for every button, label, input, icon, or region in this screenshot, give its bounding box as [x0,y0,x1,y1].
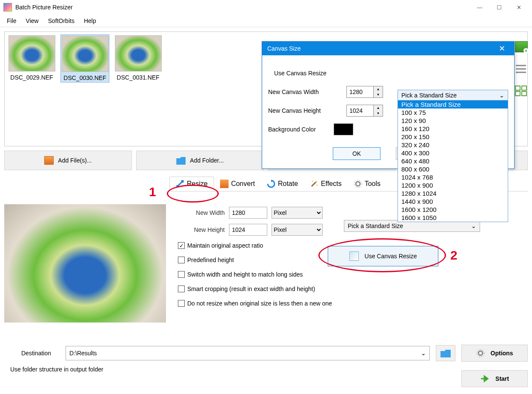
smart-cropping-checkbox[interactable]: Smart cropping (result in exact width an… [178,282,527,296]
canvas-width-input[interactable] [347,86,373,97]
chevron-down-icon: ⌄ [421,350,426,357]
gear-icon [476,349,485,357]
svg-rect-3 [515,86,520,90]
checkbox-icon [178,286,185,292]
dialog-title: Canvas Size [267,45,301,52]
tools-icon [354,180,362,188]
thumbnail-item[interactable]: DSC_0030.NEF [60,34,109,83]
smart-cropping-label: Smart cropping (result in exact width an… [187,286,315,292]
dropdown-item[interactable]: 1024 x 768 [398,173,508,181]
svg-rect-4 [522,86,526,90]
effects-icon [310,180,318,188]
tab-rotate[interactable]: Rotate [261,177,304,191]
thumbnail-image [9,35,55,71]
canvas-height-spinner[interactable]: ▲▼ [346,105,383,117]
add-folder-label: Add Folder... [190,157,223,164]
dialog-close-button[interactable]: ✕ [495,44,509,53]
checkbox-icon [178,257,185,263]
spin-down-icon[interactable]: ▼ [374,92,383,97]
dialog-titlebar[interactable]: Canvas Size ✕ [262,42,514,55]
thumbnail-item[interactable]: DSC_0031.NEF [114,34,163,82]
checkbox-icon [178,242,185,249]
picture-icon [44,156,54,165]
add-picture-icon[interactable]: + [515,41,528,52]
standard-size-dropdown: Pick a Standard Size ⌄ Pick a Standard S… [398,90,508,222]
dropdown-item[interactable]: 120 x 90 [398,117,508,125]
thumbnail-item[interactable]: DSC_0029.NEF [7,34,56,82]
add-files-button[interactable]: Add File(s)... [4,151,132,170]
spin-up-icon[interactable]: ▲ [374,86,383,92]
menu-help[interactable]: Help [80,16,100,26]
destination-label: Destination [21,350,60,357]
svg-point-9 [317,184,318,186]
canvas-width-spinner[interactable]: ▲▼ [346,86,383,98]
height-unit-select[interactable]: Pixel [272,224,323,236]
menu-view[interactable]: View [22,16,43,26]
options-button[interactable]: Options [461,345,528,362]
destination-input[interactable]: D:\Results ⌄ [66,346,430,360]
dropdown-item[interactable]: 1200 x 900 [398,181,508,189]
dropdown-item[interactable]: 160 x 120 [398,125,508,133]
maximize-button[interactable]: ☐ [489,1,509,14]
dropdown-item[interactable]: 1440 x 900 [398,197,508,206]
tab-convert[interactable]: Convert [214,177,261,191]
bg-color-swatch[interactable] [334,123,353,135]
thumbnail-caption: DSC_0031.NEF [117,74,159,81]
convert-icon [220,180,229,188]
use-folder-structure-checkbox[interactable]: Use folder structure in output folder [8,366,103,373]
spin-down-icon[interactable]: ▼ [374,111,383,116]
tab-effects[interactable]: Effects [304,177,348,191]
switch-wh-checkbox[interactable]: Switch width and height to match long si… [178,267,527,282]
new-width-label: New Width [169,209,225,216]
annotation-1: 1 [149,185,156,199]
thumbnail-image [62,36,109,72]
dropdown-item[interactable]: 100 x 75 [398,108,508,117]
spin-up-icon[interactable]: ▲ [374,105,383,111]
use-canvas-resize-checkbox-label: Use Canvas Resize [274,70,326,77]
maintain-ratio-label: Maintain original aspect ratio [187,242,263,249]
predefined-height-label: Predefined height [187,257,234,263]
new-height-input[interactable] [229,224,267,236]
tab-tools-label: Tools [365,180,380,188]
tab-resize[interactable]: Resize [169,177,214,191]
new-width-input[interactable] [229,207,267,219]
chevron-down-icon: ⌄ [499,92,504,99]
svg-point-8 [312,180,313,182]
svg-point-7 [315,181,317,183]
dropdown-item[interactable]: 1600 x 1200 [398,206,508,214]
use-canvas-resize-checkbox[interactable]: Use Canvas Resize [268,64,508,83]
dropdown-item[interactable]: 1280 x 1024 [398,189,508,197]
close-button[interactable]: ✕ [509,1,529,14]
image-preview [4,204,166,323]
dropdown-item[interactable]: 320 x 240 [398,141,508,149]
dropdown-item[interactable]: 1600 x 1050 [398,214,508,222]
dropdown-item[interactable]: 400 x 300 [398,149,508,157]
menu-file[interactable]: File [3,16,21,26]
dropdown-header[interactable]: Pick a Standard Size ⌄ [398,90,508,100]
canvas-height-input[interactable] [347,105,373,116]
dropdown-item[interactable]: Pick a Standard Size [398,100,508,108]
minimize-button[interactable]: — [470,1,489,14]
use-folder-structure-label: Use folder structure in output folder [10,366,103,373]
menu-bar: File View SoftOrbits Help [0,14,532,27]
use-canvas-resize-button[interactable]: Use Canvas Resize [328,246,438,266]
dialog-ok-button[interactable]: OK [333,147,380,160]
add-folder-button[interactable]: Add Folder... [136,151,264,170]
start-button[interactable]: Start [461,370,528,387]
dropdown-item[interactable]: 800 x 600 [398,165,508,173]
chevron-down-icon: ⌄ [471,223,476,229]
grid-icon[interactable] [515,86,528,97]
menu-softorbits[interactable]: SoftOrbits [44,16,79,26]
no-resize-smaller-checkbox[interactable]: Do not resize when original size is less… [178,296,527,311]
dropdown-item[interactable]: 640 x 480 [398,157,508,165]
title-bar: Batch Picture Resizer — ☐ ✕ [0,0,532,14]
thumbnail-caption: DSC_0030.NEF [63,74,106,81]
checkbox-icon [178,271,185,278]
window-controls: — ☐ ✕ [470,1,529,14]
width-unit-select[interactable]: Pixel [272,207,323,219]
dropdown-item[interactable]: 200 x 150 [398,133,508,141]
destination-path: D:\Results [69,350,97,357]
tab-tools[interactable]: Tools [348,177,386,191]
browse-folder-button[interactable] [436,345,455,361]
list-icon[interactable] [515,63,528,74]
